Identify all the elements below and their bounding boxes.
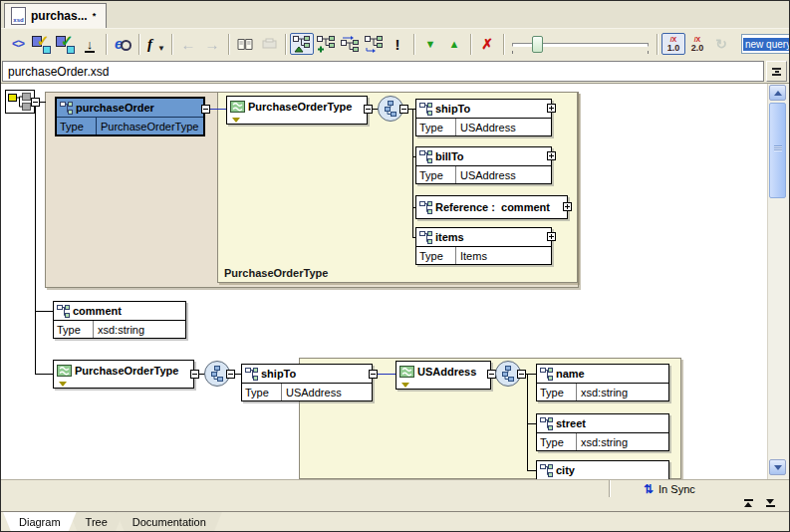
toolbar-separator bbox=[106, 34, 107, 55]
element-name: street bbox=[556, 417, 586, 429]
root-trunk-line bbox=[35, 107, 36, 374]
tab-documentation[interactable]: Documentation bbox=[117, 512, 222, 532]
collapse-box[interactable] bbox=[190, 370, 199, 379]
toolbar-separator bbox=[138, 34, 139, 55]
expand-box[interactable] bbox=[563, 202, 572, 211]
root-collapse-box[interactable] bbox=[31, 98, 40, 107]
element-box-city[interactable]: city bbox=[536, 460, 669, 479]
toolbar-separator bbox=[503, 34, 504, 55]
element-box-purchaseorder[interactable]: purchaseOrder TypePurchaseOrderType bbox=[55, 97, 205, 136]
element-box-name[interactable]: name Typexsd:string bbox=[536, 364, 669, 401]
element-reference-box[interactable]: Reference : comment bbox=[415, 195, 568, 219]
document-tab[interactable]: xsd purchas... * bbox=[4, 3, 107, 28]
sync-status-panel: ⇅ In Sync bbox=[609, 480, 789, 497]
pane-control-strip bbox=[1, 497, 789, 511]
back-button[interactable]: ← bbox=[176, 33, 200, 55]
diagram-view-toggle[interactable] bbox=[290, 33, 314, 55]
back-arrow-icon: ← bbox=[181, 36, 196, 53]
expand-box[interactable] bbox=[547, 151, 556, 160]
zoom-slider[interactable] bbox=[508, 33, 653, 55]
app-window: xsd purchas... * <> ✓ ✓ ↓ e f▼ ← → bbox=[0, 0, 790, 532]
vertical-scrollbar[interactable] bbox=[767, 84, 789, 479]
collapse-box[interactable] bbox=[369, 370, 378, 379]
tab-diagram[interactable]: Diagram bbox=[3, 512, 77, 532]
type-value: USAddress bbox=[456, 122, 551, 133]
add-node-button[interactable] bbox=[314, 33, 338, 55]
chevron-up-icon bbox=[774, 91, 782, 96]
element-box-billto[interactable]: billTo TypeUSAddress bbox=[415, 146, 552, 184]
show-errors-button[interactable]: ! bbox=[386, 33, 409, 55]
element-icon bbox=[540, 464, 553, 477]
slider-thumb[interactable] bbox=[532, 36, 543, 53]
expand-pane-up-button[interactable] bbox=[741, 499, 755, 509]
element-name: city bbox=[556, 464, 575, 476]
collapse-box[interactable] bbox=[226, 370, 235, 379]
scroll-down-button[interactable] bbox=[769, 459, 786, 475]
xslt-20-toggle[interactable]: /X2.0 bbox=[685, 33, 709, 55]
forward-arrow-icon: → bbox=[205, 36, 220, 53]
element-icon bbox=[245, 368, 258, 381]
type-link-line bbox=[210, 109, 226, 110]
triangle-down-icon: ▼ bbox=[425, 38, 436, 50]
element-box-shipto[interactable]: shipTo TypeUSAddress bbox=[415, 99, 552, 136]
browser-preview-button[interactable]: e bbox=[111, 33, 134, 55]
forward-button[interactable]: → bbox=[200, 33, 224, 55]
xslt-10-icon: /X1.0 bbox=[667, 36, 680, 52]
type-value: USAddress bbox=[282, 387, 372, 399]
delete-button[interactable]: ✗ bbox=[475, 33, 499, 55]
collapse-box[interactable] bbox=[517, 370, 526, 379]
type-label: Type bbox=[54, 321, 94, 338]
move-node-button[interactable] bbox=[362, 33, 386, 55]
toolbar-separator bbox=[657, 34, 658, 55]
sync-arrows-icon: ⇅ bbox=[644, 484, 654, 494]
reorder-node-button[interactable] bbox=[338, 33, 362, 55]
schema-diagram-canvas[interactable]: PurchaseOrderType purchaseOrder TypePurc… bbox=[1, 84, 767, 479]
complextype-box-usaddress[interactable]: USAddress bbox=[395, 361, 491, 390]
annotation-triangle-icon bbox=[232, 118, 240, 123]
collapse-box[interactable] bbox=[399, 105, 408, 114]
function-menu-button[interactable]: f▼ bbox=[143, 33, 167, 55]
chevron-down-icon bbox=[774, 465, 782, 470]
element-box-comment[interactable]: comment Typexsd:string bbox=[53, 301, 186, 339]
diagram-tree-icon bbox=[293, 36, 311, 53]
documentation-button[interactable] bbox=[233, 33, 257, 55]
type-label: Type bbox=[537, 433, 577, 450]
element-box-shipto-2[interactable]: shipTo TypeUSAddress bbox=[241, 364, 373, 401]
print-button[interactable] bbox=[257, 33, 281, 55]
query-value[interactable]: new query> bbox=[741, 34, 790, 54]
collapse-box[interactable] bbox=[364, 105, 373, 114]
validate-document-button[interactable]: ✓ bbox=[30, 33, 54, 55]
move-down-button[interactable]: ▼ bbox=[418, 33, 442, 55]
type-name: PurchaseOrderType bbox=[75, 365, 178, 377]
connector-line bbox=[408, 109, 415, 110]
complextype-icon bbox=[399, 366, 414, 378]
toolbar-separator bbox=[285, 34, 286, 55]
scroll-up-button[interactable] bbox=[769, 85, 786, 101]
expand-box[interactable] bbox=[547, 104, 556, 113]
document-title-row: purchaseOrder.xsd bbox=[1, 59, 789, 83]
book-icon bbox=[237, 38, 253, 51]
refresh-button[interactable]: ↻ bbox=[709, 33, 733, 55]
tab-tree[interactable]: Tree bbox=[70, 512, 124, 532]
toolbar-separator bbox=[228, 34, 229, 55]
expand-box[interactable] bbox=[547, 232, 556, 241]
validate-schema-button[interactable]: ✓ bbox=[54, 33, 78, 55]
collapse-pane-down-button[interactable] bbox=[763, 499, 777, 509]
type-label: Type bbox=[416, 119, 456, 135]
xml-source-button[interactable]: <> bbox=[6, 33, 30, 55]
xslt-10-toggle[interactable]: /X1.0 bbox=[661, 33, 685, 55]
preview-icon: e bbox=[114, 35, 132, 53]
complextype-box-purchaseordertype-2[interactable]: PurchaseOrderType bbox=[53, 360, 194, 389]
move-up-button[interactable]: ▲ bbox=[442, 33, 466, 55]
scrollbar-thumb[interactable] bbox=[769, 103, 786, 198]
element-box-items[interactable]: items TypeItems bbox=[415, 227, 552, 265]
collapse-pane-button[interactable] bbox=[766, 61, 787, 82]
collapse-box[interactable] bbox=[201, 105, 210, 114]
connector-line bbox=[35, 374, 53, 375]
element-icon bbox=[419, 103, 432, 116]
export-save-button[interactable]: ↓ bbox=[78, 33, 102, 55]
type-value: Items bbox=[456, 250, 551, 262]
complextype-box-purchaseordertype[interactable]: PurchaseOrderType bbox=[226, 96, 368, 125]
query-combobox[interactable]: new query> bbox=[741, 34, 790, 54]
element-box-street[interactable]: street Typexsd:string bbox=[536, 413, 669, 451]
